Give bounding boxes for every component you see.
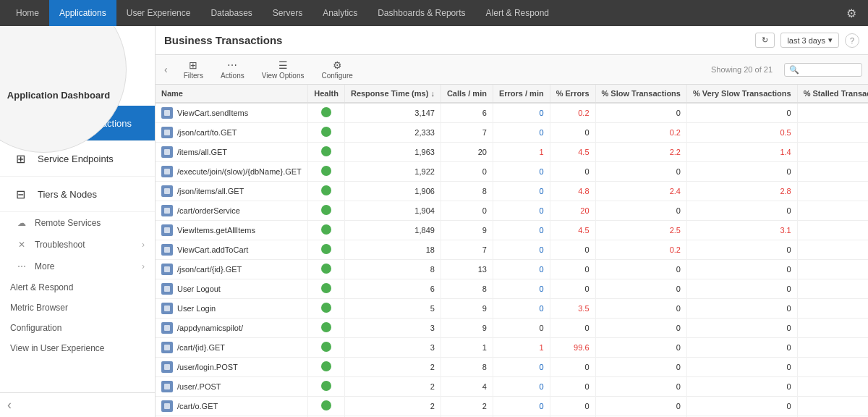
cell-response-time: 1,849 (344, 221, 441, 240)
cell-err-pct: 4.5 (550, 143, 595, 162)
col-health: Health (308, 85, 345, 103)
table-row[interactable]: /json/cart/to.GET 2,333 7 0 0 0.2 0.5 0 (156, 123, 868, 143)
cell-err-pct: 4.8 (550, 182, 595, 201)
cell-response-time: 3 (344, 319, 441, 338)
sidebar-collapse-button[interactable]: ‹ (0, 392, 155, 417)
svg-rect-8 (164, 266, 170, 272)
more-icon: ⋯ (14, 261, 29, 271)
svg-rect-10 (164, 306, 170, 311)
table-row[interactable]: User Logout 6 8 0 0 0 0 0 (156, 279, 868, 299)
nav-item-user-experience[interactable]: User Experience (116, 0, 201, 26)
cell-slow-pct: 0 (595, 260, 686, 279)
view-options-label: View Options (262, 72, 305, 80)
search-icon: 🔍 (789, 65, 799, 75)
search-box[interactable]: 🔍 (784, 63, 862, 77)
cell-very-slow-pct: 0 (686, 201, 797, 221)
cell-calls: 20 (441, 143, 493, 162)
cell-response-time: 3,147 (344, 103, 441, 123)
health-indicator (321, 400, 331, 410)
sidebar-sub-item-more[interactable]: ⋯ More › (0, 256, 155, 277)
table-row[interactable]: /appdynamicspilot/ 3 9 0 0 0 0 0 (156, 319, 868, 338)
cell-slow-pct: 0 (595, 299, 686, 319)
table-row[interactable]: /cart/o.GET 2 2 0 0 0 0 0 (156, 397, 868, 416)
refresh-icon: ↻ (762, 35, 768, 45)
back-button[interactable]: ‹ (161, 62, 171, 77)
nav-item-alert[interactable]: Alert & Respond (476, 0, 559, 26)
cell-slow-pct: 2.4 (595, 182, 686, 201)
cell-health (308, 201, 345, 221)
table-row[interactable]: ViewItems.getAllItems 1,849 9 0 4.5 2.5 … (156, 221, 868, 240)
cell-calls: 8 (441, 279, 493, 299)
sidebar-sub-item-troubleshoot[interactable]: ✕ Troubleshoot › (0, 234, 155, 256)
health-indicator (321, 166, 331, 176)
settings-gear-icon[interactable]: ⚙ (841, 4, 862, 23)
cell-response-time: 1,922 (344, 162, 441, 182)
health-indicator (321, 342, 331, 352)
configure-button[interactable]: ⚙ Configure (317, 58, 357, 81)
cell-errors: 1 (493, 338, 550, 358)
cell-calls: 0 (441, 162, 493, 182)
table-row[interactable]: /json/cart/{id}.GET 8 13 0 0 0 0 0 (156, 260, 868, 279)
table-row[interactable]: /user/.POST 2 4 0 0 0 0 0 (156, 377, 868, 397)
cell-slow-pct: 0 (595, 338, 686, 358)
row-icon (161, 400, 173, 412)
sidebar-link-configuration[interactable]: Configuration (0, 318, 155, 338)
nav-item-servers[interactable]: Servers (263, 0, 312, 26)
search-input[interactable] (799, 65, 857, 74)
table-row[interactable]: /execute/join/(slow)/{dbName}.GET 1,922 … (156, 162, 868, 182)
row-icon (161, 146, 173, 158)
cell-very-slow-pct: 1.4 (686, 143, 797, 162)
help-button[interactable]: ? (845, 33, 859, 48)
cell-calls: 0 (441, 201, 493, 221)
col-stalled-pct: % Stalled Transactions (797, 85, 868, 103)
nav-item-applications[interactable]: Applications (49, 0, 116, 26)
nav-item-analytics[interactable]: Analytics (312, 0, 367, 26)
table-row[interactable]: /cart/orderService 1,904 0 0 20 0 0 0 (156, 201, 868, 221)
tiers-nodes-icon: ⊟ (10, 184, 30, 204)
actions-button[interactable]: ⋯ Actions (216, 58, 249, 81)
sidebar-link-view-user-experience[interactable]: View in User Experience (0, 338, 155, 358)
table-row[interactable]: /user/login.POST 2 8 0 0 0 0 0 (156, 358, 868, 377)
actions-label: Actions (221, 72, 244, 80)
sidebar-item-tiers-nodes[interactable]: ⊟ Tiers & Nodes (0, 177, 155, 212)
filter-icon: ⊞ (189, 59, 197, 71)
troubleshoot-arrow-icon: › (142, 240, 145, 250)
cell-stalled-pct: 0 (797, 397, 868, 416)
svg-rect-6 (164, 227, 170, 233)
time-range-select[interactable]: last 3 days ▾ (780, 33, 839, 48)
cell-calls: 9 (441, 319, 493, 338)
table-row[interactable]: ViewCart.addToCart 18 7 0 0 0.2 0 0 (156, 240, 868, 260)
cell-name: User Login (156, 299, 308, 318)
cell-very-slow-pct: 0 (686, 397, 797, 416)
refresh-button[interactable]: ↻ (755, 33, 775, 48)
table-row[interactable]: /items/all.GET 1,963 20 1 4.5 2.2 1.4 0 (156, 143, 868, 162)
nav-item-home[interactable]: Home (6, 0, 49, 26)
cell-err-pct: 0 (550, 279, 595, 299)
table-row[interactable]: /json/items/all.GET 1,906 8 0 4.8 2.4 2.… (156, 182, 868, 201)
row-icon (161, 127, 173, 138)
view-options-button[interactable]: ☰ View Options (258, 58, 309, 81)
col-slow-pct: % Slow Transactions (595, 85, 686, 103)
cell-response-time: 6 (344, 279, 441, 299)
cell-stalled-pct: 0 (797, 103, 868, 123)
nav-item-dashboards[interactable]: Dashboards & Reports (367, 0, 475, 26)
cell-name: ViewItems.getAllItems (156, 221, 308, 240)
row-icon (161, 205, 173, 216)
cell-name: /execute/join/(slow)/{dbName}.GET (156, 162, 308, 181)
service-endpoints-icon: ⊞ (10, 148, 30, 169)
transactions-table: Name Health Response Time (ms) ↓ Calls /… (156, 85, 868, 417)
sidebar-sub-item-remote-services[interactable]: ☁ Remote Services (0, 212, 155, 234)
cell-slow-pct: 2.2 (595, 143, 686, 162)
cell-slow-pct: 2.5 (595, 221, 686, 240)
cell-slow-pct: 0.2 (595, 123, 686, 143)
health-indicator (321, 381, 331, 391)
table-row[interactable]: ViewCart.sendItems 3,147 6 0 0.2 0 0 0 (156, 103, 868, 123)
filters-button[interactable]: ⊞ Filters (179, 58, 208, 81)
health-indicator (321, 264, 331, 274)
sidebar-link-alert[interactable]: Alert & Respond (0, 277, 155, 298)
cell-stalled-pct: 0 (797, 279, 868, 299)
nav-item-databases[interactable]: Databases (200, 0, 262, 26)
table-row[interactable]: User Login 5 9 0 3.5 0 0 0 (156, 299, 868, 319)
table-row[interactable]: /cart/{id}.GET 3 1 1 99.6 0 0 0 (156, 338, 868, 358)
sidebar-link-metric-browser[interactable]: Metric Browser (0, 298, 155, 318)
